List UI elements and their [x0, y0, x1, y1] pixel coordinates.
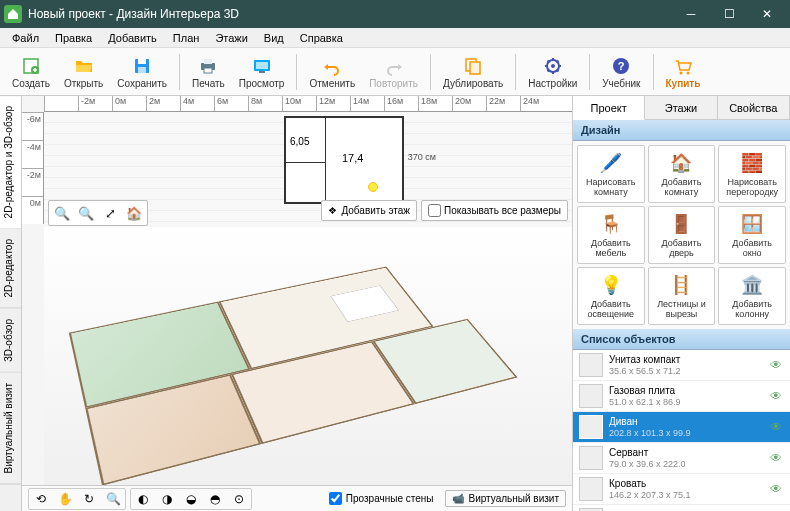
- add-room-tool[interactable]: 🏠Добавитькомнату: [648, 145, 716, 203]
- menu-вид[interactable]: Вид: [256, 30, 292, 46]
- add-furniture-tool[interactable]: 🪑Добавитьмебель: [577, 206, 645, 264]
- add-window-tool[interactable]: 🪟Добавитьокно: [718, 206, 786, 264]
- maximize-button[interactable]: ☐: [710, 0, 748, 28]
- tutorial-label: Учебник: [602, 78, 640, 89]
- svg-text:?: ?: [618, 60, 625, 72]
- buy-icon: [672, 55, 694, 77]
- ruler-vertical: -6м-4м-2м0м: [22, 112, 44, 224]
- home-button[interactable]: 🏠: [123, 203, 145, 223]
- buy-button[interactable]: Купить: [660, 53, 707, 91]
- left-tab-2[interactable]: 3D-обзор: [0, 309, 21, 373]
- left-vertical-tabs: 2D-редактор и 3D-обзор2D-редактор3D-обзо…: [0, 96, 22, 511]
- toolbar: СоздатьОткрытьСохранитьПечатьПросмотрОтм…: [0, 48, 790, 96]
- object-list[interactable]: Унитаз компакт35.6 x 56.5 x 71.2👁Газовая…: [573, 350, 790, 511]
- add-column-tool[interactable]: 🏛️Добавитьколонну: [718, 267, 786, 325]
- zoom-out-button[interactable]: 🔍: [51, 203, 73, 223]
- zoom-3d-button[interactable]: 🔍: [102, 490, 124, 508]
- add-floor-button[interactable]: ❖ Добавить этаж: [321, 200, 417, 221]
- open-label: Открыть: [64, 78, 103, 89]
- object-item-0[interactable]: Унитаз компакт35.6 x 56.5 x 71.2👁: [573, 350, 790, 381]
- rotate-button[interactable]: ↻: [78, 490, 100, 508]
- settings-label: Настройки: [528, 78, 577, 89]
- view-top-button[interactable]: ◒: [180, 490, 202, 508]
- pan-button[interactable]: ✋: [54, 490, 76, 508]
- visibility-toggle-icon[interactable]: 👁: [770, 482, 784, 496]
- save-button[interactable]: Сохранить: [111, 53, 173, 91]
- menu-справка[interactable]: Справка: [292, 30, 351, 46]
- buy-label: Купить: [666, 78, 701, 89]
- menu-план[interactable]: План: [165, 30, 208, 46]
- settings-button[interactable]: Настройки: [522, 53, 583, 91]
- object-item-1[interactable]: Газовая плита51.0 x 62.1 x 86.9👁: [573, 381, 790, 412]
- transparent-walls-toggle[interactable]: Прозрачные стены: [329, 492, 434, 505]
- right-tab-Свойства[interactable]: Свойства: [718, 96, 790, 119]
- preview-button[interactable]: Просмотр: [233, 53, 291, 91]
- transparent-walls-checkbox[interactable]: [329, 492, 342, 505]
- minimize-button[interactable]: ─: [672, 0, 710, 28]
- menubar: ФайлПравкаДобавитьПланЭтажиВидСправка: [0, 28, 790, 48]
- svg-point-14: [551, 64, 555, 68]
- view-360-button[interactable]: ⟲: [30, 490, 52, 508]
- view-reset-button[interactable]: ⊙: [228, 490, 250, 508]
- titlebar: Новый проект - Дизайн Интерьера 3D ─ ☐ ✕: [0, 0, 790, 28]
- duplicate-button[interactable]: Дублировать: [437, 53, 509, 91]
- left-tab-1[interactable]: 2D-редактор: [0, 229, 21, 309]
- design-section-header: Дизайн: [573, 120, 790, 141]
- show-dims-checkbox[interactable]: [428, 204, 441, 217]
- view-3d[interactable]: [44, 227, 572, 485]
- left-tab-3[interactable]: Виртуальный визит: [0, 373, 21, 485]
- add-column-icon: 🏛️: [739, 272, 765, 298]
- draw-room-tool[interactable]: 🖊️Нарисоватькомнату: [577, 145, 645, 203]
- room-area-1: 6,05: [290, 136, 309, 147]
- add-door-tool[interactable]: 🚪Добавитьдверь: [648, 206, 716, 264]
- visibility-toggle-icon[interactable]: 👁: [770, 358, 784, 372]
- show-dimensions-toggle[interactable]: Показывать все размеры: [421, 200, 568, 221]
- tutorial-button[interactable]: ?Учебник: [596, 53, 646, 91]
- menu-файл[interactable]: Файл: [4, 30, 47, 46]
- canvas-main[interactable]: -2м0м2м4м6м8м10м12м14м16м18м20м22м24м -6…: [22, 96, 572, 485]
- menu-правка[interactable]: Правка: [47, 30, 100, 46]
- add-lighting-tool[interactable]: 💡Добавитьосвещение: [577, 267, 645, 325]
- open-button[interactable]: Открыть: [58, 53, 109, 91]
- zoom-fit-button[interactable]: ⤢: [99, 203, 121, 223]
- redo-label: Повторить: [369, 78, 418, 89]
- stairs-cutouts-tool[interactable]: 🪜Лестницы ивырезы: [648, 267, 716, 325]
- right-tab-Этажи[interactable]: Этажи: [645, 96, 717, 119]
- menu-добавить[interactable]: Добавить: [100, 30, 165, 46]
- visibility-toggle-icon[interactable]: 👁: [770, 389, 784, 403]
- menu-этажи[interactable]: Этажи: [207, 30, 255, 46]
- draw-partition-tool[interactable]: 🧱Нарисоватьперегородку: [718, 145, 786, 203]
- left-tab-0[interactable]: 2D-редактор и 3D-обзор: [0, 96, 21, 229]
- view-side-button[interactable]: ◑: [156, 490, 178, 508]
- app-icon: [4, 5, 22, 23]
- stairs-cutouts-icon: 🪜: [668, 272, 694, 298]
- object-item-2[interactable]: Диван202.8 x 101.3 x 99.9👁: [573, 412, 790, 443]
- object-item-3[interactable]: Сервант79.0 x 39.6 x 222.0👁: [573, 443, 790, 474]
- svg-rect-6: [204, 59, 212, 64]
- virtual-visit-button[interactable]: 📹 Виртуальный визит: [445, 490, 566, 507]
- undo-icon: [321, 55, 343, 77]
- object-thumb-icon: [579, 415, 603, 439]
- redo-button: Повторить: [363, 53, 424, 91]
- zoom-in-button[interactable]: 🔍: [75, 203, 97, 223]
- visibility-toggle-icon[interactable]: 👁: [770, 451, 784, 465]
- floorplan[interactable]: 6,05 17,4 370 см: [284, 116, 404, 204]
- ruler-horizontal: -2м0м2м4м6м8м10м12м14м16м18м20м22м24м: [44, 96, 572, 112]
- object-thumb-icon: [579, 477, 603, 501]
- svg-point-18: [686, 71, 689, 74]
- add-furniture-icon: 🪑: [598, 211, 624, 237]
- create-label: Создать: [12, 78, 50, 89]
- camera-position-icon[interactable]: [368, 182, 378, 192]
- undo-button[interactable]: Отменить: [303, 53, 361, 91]
- object-item-5[interactable]: Двойное окно👁: [573, 505, 790, 511]
- floor-controls: ❖ Добавить этаж Показывать все размеры: [321, 200, 568, 221]
- visibility-toggle-icon[interactable]: 👁: [770, 420, 784, 434]
- view-iso-button[interactable]: ◓: [204, 490, 226, 508]
- print-button[interactable]: Печать: [186, 53, 231, 91]
- close-button[interactable]: ✕: [748, 0, 786, 28]
- view-front-button[interactable]: ◐: [132, 490, 154, 508]
- create-button[interactable]: Создать: [6, 53, 56, 91]
- canvas-area: -2м0м2м4м6м8м10м12м14м16м18м20м22м24м -6…: [22, 96, 572, 511]
- right-tab-Проект[interactable]: Проект: [573, 96, 645, 120]
- object-item-4[interactable]: Кровать146.2 x 207.3 x 75.1👁: [573, 474, 790, 505]
